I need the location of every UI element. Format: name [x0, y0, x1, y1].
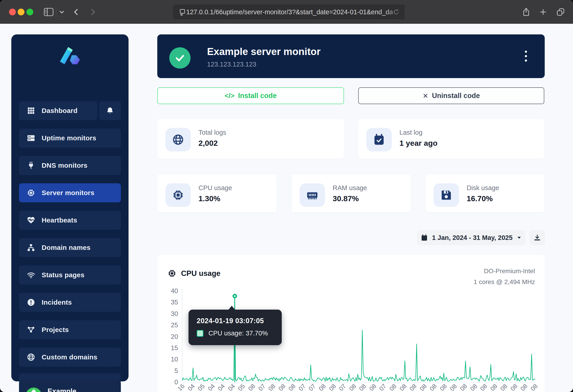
browser-window: 127.0.0.1/66uptime/server-monitor/3?&sta…: [0, 0, 573, 392]
stat-card-last-log: Last log1 year ago: [358, 119, 544, 159]
zoom-window-button[interactable]: [26, 9, 33, 15]
server-name: DO-Premium-Intel: [385, 267, 535, 275]
stat-card-disk-usage: Disk usage16.70%: [426, 174, 544, 212]
sidebar-item-heartbeats[interactable]: Heartbeats: [19, 211, 121, 230]
date-range-button[interactable]: 1 Jan, 2024 - 31 May, 2025: [417, 230, 525, 245]
ram-icon: [300, 183, 325, 207]
cpu-icon: [167, 269, 177, 278]
chip-icon: [27, 189, 35, 197]
sidebar-item-label: Incidents: [42, 299, 72, 306]
stat-label: Total logs: [198, 129, 226, 136]
share-icon[interactable]: [520, 6, 532, 18]
svg-text:25: 25: [171, 321, 178, 329]
disk-icon: [434, 183, 459, 207]
svg-text:10: 10: [171, 356, 178, 363]
alert-icon: [27, 298, 35, 307]
sitemap-icon: [27, 243, 35, 252]
sidebar-item-label: Status pages: [42, 271, 84, 279]
monitor-ip: 123.123.123.123: [207, 61, 256, 68]
close-window-button[interactable]: [9, 9, 16, 15]
sidebar-item-label: Server monitors: [42, 189, 94, 197]
cpu-icon: [165, 183, 191, 207]
stat-card-ram-usage: RAM usage30.87%: [291, 174, 411, 212]
bell-icon: [106, 107, 114, 115]
stat-label: RAM usage: [333, 184, 367, 192]
user-name: Example: [48, 387, 110, 392]
download-icon: [534, 234, 541, 241]
x-icon: ✕: [423, 92, 428, 100]
minimize-window-button[interactable]: [18, 9, 24, 15]
date-range-label: 1 Jan, 2024 - 31 May, 2025: [432, 234, 513, 242]
tooltip-datetime: 2024-01-19 03:07:05: [197, 317, 264, 325]
caret-down-icon: [517, 235, 522, 240]
sidebar-item-label: Heartbeats: [42, 216, 77, 224]
calendar-check-icon: [366, 128, 392, 151]
kebab-menu-icon[interactable]: [519, 47, 532, 65]
stat-value: 16.70%: [467, 194, 493, 203]
monitor-title: Example server monitor: [207, 46, 321, 57]
heartbeat-icon: [27, 216, 35, 225]
sidebar-item-label: Dashboard: [42, 107, 78, 115]
wifi-icon: [27, 271, 35, 279]
tabs-overview-icon[interactable]: [555, 6, 566, 18]
sidebar-item-incidents[interactable]: Incidents: [19, 293, 121, 312]
install-code-button[interactable]: </> Install code: [157, 87, 344, 104]
sidebar-item-label: Uptime monitors: [42, 134, 96, 142]
page-settings-icon[interactable]: [179, 8, 186, 16]
notifications-button[interactable]: [99, 101, 121, 120]
url-bar[interactable]: 127.0.0.1/66uptime/server-monitor/3?&sta…: [172, 4, 405, 20]
chart-tooltip: 2024-01-19 03:07:05 CPU usage: 37.70%: [189, 310, 282, 345]
chart-title-label: CPU usage: [181, 269, 220, 278]
svg-text:0: 0: [175, 378, 178, 386]
code-icon: </>: [225, 92, 234, 100]
sidebar-item-label: DNS monitors: [42, 161, 87, 169]
stat-value: 30.87%: [333, 194, 359, 203]
stat-value: 1 year ago: [399, 139, 437, 148]
nodes-icon: [27, 325, 35, 334]
calendar-icon: [421, 234, 428, 241]
sidebar-item-projects[interactable]: Projects: [19, 320, 121, 339]
stat-label: Last log: [399, 129, 423, 136]
check-icon: [174, 52, 186, 64]
forward-icon: [87, 6, 98, 18]
tooltip-pointer: [228, 306, 235, 310]
sidebar-item-label: Projects: [42, 326, 69, 334]
grid-icon: [27, 106, 35, 115]
sidebar-toggle-icon[interactable]: [43, 6, 54, 18]
chevron-down-icon[interactable]: [56, 6, 68, 18]
globe-icon: [27, 353, 35, 361]
new-tab-icon[interactable]: [537, 6, 549, 18]
sidebar-item-label: Domain names: [42, 244, 90, 251]
uninstall-code-button[interactable]: ✕ Uninstall code: [358, 87, 544, 104]
install-code-label: Install code: [238, 92, 277, 100]
download-button[interactable]: [530, 230, 545, 245]
app-logo: [11, 46, 128, 68]
plug-icon: [27, 161, 35, 170]
stat-value: 1.30%: [198, 194, 220, 203]
url-text[interactable]: 127.0.0.1/66uptime/server-monitor/3?&sta…: [186, 8, 393, 16]
sidebar-item-uptime-monitors[interactable]: Uptime monitors: [19, 128, 121, 148]
sidebar-item-dns-monitors[interactable]: DNS monitors: [19, 156, 121, 175]
series-swatch: [197, 330, 203, 337]
svg-text:35: 35: [171, 299, 178, 306]
sidebar-item-server-monitors[interactable]: Server monitors: [19, 183, 121, 202]
svg-text:5: 5: [175, 367, 178, 374]
server-spec: 1 cores @ 2,494 MHz: [385, 278, 535, 286]
stat-label: Disk usage: [467, 184, 499, 192]
svg-text:20: 20: [171, 333, 178, 340]
sidebar-item-domain-names[interactable]: Domain names: [19, 238, 121, 257]
back-icon[interactable]: [71, 6, 82, 18]
chart-title: CPU usage: [167, 269, 220, 278]
svg-text:15: 15: [171, 344, 178, 352]
uninstall-code-label: Uninstall code: [432, 92, 480, 100]
sidebar: DashboardUptime monitorsDNS monitorsServ…: [11, 35, 128, 381]
stat-card-cpu-usage: CPU usage1.30%: [157, 174, 277, 212]
sidebar-item-dashboard[interactable]: Dashboard: [19, 101, 97, 120]
svg-text:30: 30: [171, 310, 178, 317]
user-card[interactable]: Example sample@example.com: [19, 380, 121, 392]
sidebar-item-status-pages[interactable]: Status pages: [19, 266, 121, 285]
svg-text:40: 40: [171, 287, 178, 294]
tooltip-value: CPU usage: 37.70%: [208, 330, 268, 337]
sidebar-item-label: Custom domains: [42, 353, 97, 361]
sidebar-item-custom-domains[interactable]: Custom domains: [19, 348, 121, 367]
